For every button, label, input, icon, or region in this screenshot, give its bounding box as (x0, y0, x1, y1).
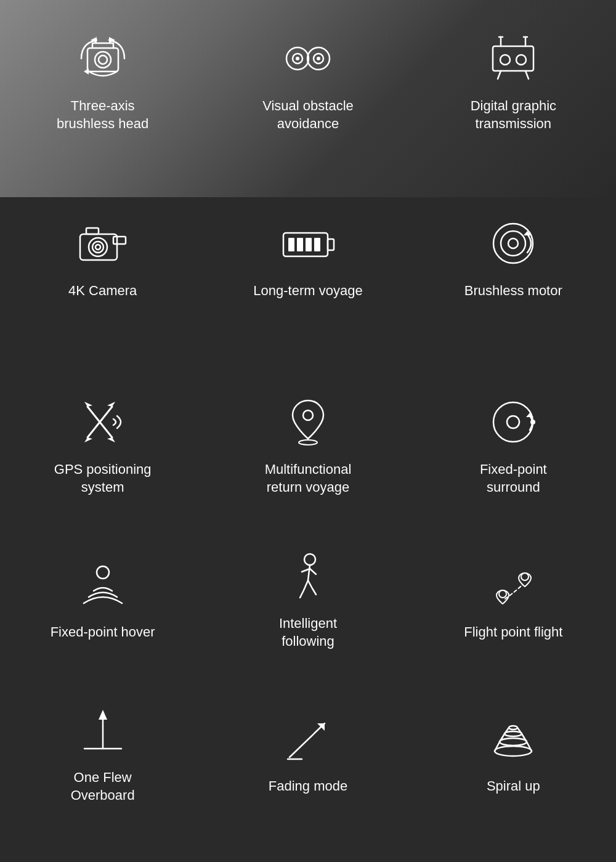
4k-camera-icon (75, 216, 131, 271)
long-term-voyage-label: Long-term voyage (253, 282, 362, 300)
feature-three-axis: Three-axis brushless head (0, 6, 205, 151)
spiral-up-icon (485, 711, 541, 766)
long-term-voyage-icon (280, 216, 336, 271)
feature-intelligent-following: Intelligentfollowing (205, 524, 410, 669)
fading-mode-label: Fading mode (269, 778, 347, 795)
feature-multifunctional-return: Multifunctionalreturn voyage (205, 370, 410, 514)
fixed-point-hover-icon (75, 557, 131, 612)
svg-line-49 (308, 565, 310, 580)
visual-obstacle-icon (280, 31, 336, 86)
gps-positioning-label: GPS positioningsystem (54, 461, 152, 496)
svg-point-31 (493, 224, 533, 263)
feature-spiral-up: Spiral up (411, 678, 616, 823)
multifunctional-return-icon (280, 394, 336, 450)
fixed-point-surround-label: Fixed-pointsurround (480, 461, 547, 496)
svg-rect-29 (306, 238, 312, 251)
digital-graphic-icon (485, 31, 541, 86)
svg-line-62 (495, 742, 500, 751)
flight-point-flight-icon (485, 557, 541, 612)
svg-line-65 (522, 734, 527, 742)
svg-point-11 (317, 57, 320, 60)
svg-point-21 (89, 238, 107, 256)
svg-rect-27 (288, 238, 294, 251)
feature-long-term-voyage: Long-term voyage (205, 191, 410, 319)
svg-rect-12 (493, 46, 533, 71)
flight-point-flight-label: Flight point flight (464, 624, 562, 641)
feature-fading-mode: Fading mode (205, 678, 410, 823)
svg-point-42 (299, 440, 317, 445)
feature-gps-positioning: GPS positioningsystem (0, 370, 205, 514)
svg-point-51 (521, 573, 529, 580)
svg-rect-30 (314, 238, 320, 251)
svg-marker-39 (107, 437, 115, 442)
svg-marker-37 (107, 402, 115, 407)
svg-point-61 (509, 726, 517, 730)
svg-marker-36 (84, 437, 92, 442)
digital-graphic-label: Digital graphictransmission (471, 97, 556, 132)
intelligent-following-label: Intelligentfollowing (279, 615, 337, 650)
svg-point-50 (499, 590, 506, 598)
svg-line-64 (500, 734, 505, 742)
spiral-up-label: Spiral up (487, 778, 540, 795)
4k-camera-label: 4K Camera (68, 282, 137, 300)
feature-one-flew-overboard: One FlewOverboard (0, 678, 205, 823)
svg-line-55 (290, 723, 325, 757)
feature-visual-obstacle: Visual obstacleavoidance (205, 6, 410, 151)
svg-rect-28 (297, 238, 303, 251)
three-axis-icon (75, 31, 131, 86)
intelligent-following-icon (280, 548, 336, 604)
svg-marker-40 (84, 402, 92, 407)
svg-marker-5 (84, 68, 89, 75)
feature-fixed-point-hover: Fixed-point hover (0, 524, 205, 669)
svg-point-59 (500, 738, 527, 746)
svg-point-43 (493, 402, 533, 442)
svg-point-17 (500, 55, 510, 65)
svg-rect-26 (328, 239, 334, 250)
fixed-point-surround-icon (485, 394, 541, 450)
svg-point-58 (495, 746, 532, 756)
brushless-motor-label: Brushless motor (464, 282, 562, 300)
svg-point-32 (501, 231, 525, 256)
feature-digital-graphic: Digital graphictransmission (411, 6, 616, 151)
feature-flight-point-flight: Flight point flight (411, 524, 616, 669)
three-axis-label: Three-axis brushless head (57, 97, 148, 132)
multifunctional-return-label: Multifunctionalreturn voyage (265, 461, 352, 496)
svg-rect-20 (86, 228, 99, 234)
visual-obstacle-label: Visual obstacleavoidance (262, 97, 354, 132)
svg-point-22 (92, 242, 103, 253)
svg-rect-24 (113, 237, 126, 244)
one-flew-overboard-label: One FlewOverboard (71, 769, 135, 804)
fading-mode-icon (280, 711, 336, 766)
svg-point-46 (530, 420, 535, 425)
svg-point-1 (95, 52, 111, 68)
svg-point-41 (303, 410, 313, 420)
fixed-point-hover-label: Fixed-point hover (51, 624, 155, 641)
svg-point-48 (304, 554, 315, 565)
feature-brushless-motor: Brushless motor (411, 191, 616, 319)
brushless-motor-icon (485, 216, 541, 271)
svg-point-23 (95, 245, 100, 250)
svg-point-44 (507, 416, 519, 428)
feature-4k-camera: 4K Camera (0, 191, 205, 319)
svg-point-18 (516, 55, 526, 65)
svg-point-2 (99, 55, 107, 64)
one-flew-overboard-icon (75, 702, 131, 758)
gps-positioning-icon (75, 394, 131, 450)
svg-point-47 (97, 566, 109, 579)
svg-point-33 (508, 238, 518, 248)
svg-marker-45 (526, 413, 533, 417)
svg-line-63 (527, 742, 532, 751)
feature-fixed-point-surround: Fixed-pointsurround (411, 370, 616, 514)
svg-marker-53 (99, 710, 107, 720)
svg-point-8 (296, 57, 299, 60)
svg-point-60 (505, 731, 522, 736)
